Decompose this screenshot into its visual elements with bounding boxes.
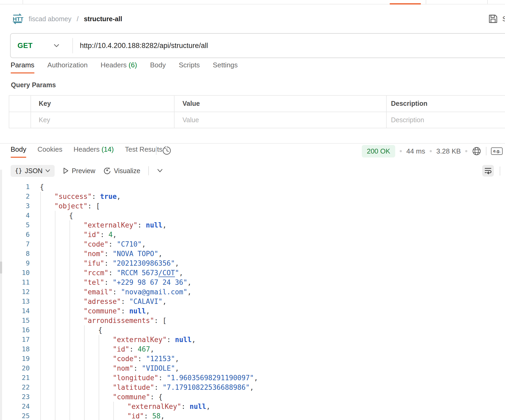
chevron-down-icon[interactable] (157, 169, 163, 173)
breadcrumb-request-name[interactable]: structure-all (84, 15, 122, 23)
visualize-button[interactable]: Visualize (103, 167, 140, 175)
response-tabs: BodyCookiesHeaders (14)Test Results (11, 145, 163, 160)
code-line: 14"commune": null, (0, 306, 505, 316)
breadcrumb: HTTP fiscad abomey / structure-all (12, 5, 122, 33)
column-header-key: Key (39, 100, 51, 107)
wrap-text-button[interactable] (482, 165, 494, 177)
column-header-value: Value (182, 100, 200, 107)
indent-guide (40, 268, 41, 278)
code-text: "externalKey": null, (127, 402, 210, 411)
url-input[interactable]: http://10.4.200.188:8282/api/structure/a… (80, 42, 208, 50)
indent-guide (99, 344, 99, 354)
code-text: "object": [ (54, 201, 100, 211)
param-key-input[interactable]: Key (39, 116, 50, 124)
indent-guide (55, 325, 55, 335)
indent-guide (99, 335, 99, 344)
response-time[interactable]: 44 ms (406, 147, 425, 155)
tab-body[interactable]: Body (150, 61, 166, 75)
param-value-input[interactable]: Value (182, 116, 199, 124)
indent-guide (69, 259, 70, 268)
line-number: 15 (0, 316, 30, 325)
column-header-description: Description (391, 100, 428, 107)
line-number: 10 (0, 268, 30, 278)
line-number: 4 (0, 211, 30, 220)
code-line: 3"object": [ (0, 201, 505, 211)
preview-button[interactable]: Preview (63, 167, 95, 175)
separator-dot (465, 150, 467, 152)
left-scrollbar[interactable] (0, 170, 2, 420)
indent-guide (40, 335, 41, 344)
indent-guide (40, 306, 41, 316)
tab-count-badge: (6) (127, 61, 137, 69)
indent-guide (40, 392, 41, 402)
indent-guide (84, 344, 85, 354)
code-text: "adresse": "CALAVI", (84, 297, 167, 306)
response-size[interactable]: 3.28 KB (436, 147, 461, 155)
request-header: HTTP fiscad abomey / structure-all S (0, 5, 505, 33)
indent-guide (69, 383, 70, 392)
indent-guide (55, 287, 55, 297)
separator-dot (400, 150, 402, 152)
code-line: 16{ (0, 325, 505, 335)
request-tab-strip[interactable] (0, 0, 505, 5)
tab-authorization[interactable]: Authorization (47, 61, 88, 75)
indent-guide (40, 220, 41, 230)
indent-guide (55, 402, 55, 411)
indent-guide (69, 278, 70, 287)
table-border (9, 95, 505, 96)
response-tab-cookies[interactable]: Cookies (37, 145, 62, 159)
braces-icon: {} (15, 167, 22, 174)
param-description-input[interactable]: Description (391, 116, 424, 124)
scrollbar-thumb[interactable] (0, 261, 2, 274)
indent-guide (84, 364, 85, 373)
response-body-json[interactable]: 1{2"success": true,3"object": [4{5"exter… (0, 182, 505, 420)
response-tab-headers[interactable]: Headers (14) (73, 145, 114, 159)
breadcrumb-collection[interactable]: fiscad abomey (29, 15, 71, 23)
line-number: 19 (0, 354, 30, 364)
tab-settings[interactable]: Settings (213, 61, 238, 75)
format-selector[interactable]: {} JSON (11, 165, 55, 177)
line-number: 17 (0, 335, 30, 344)
status-divider (486, 147, 486, 155)
indent-guide (113, 402, 114, 411)
tab-scripts[interactable]: Scripts (179, 61, 200, 75)
chevron-down-icon[interactable] (53, 43, 60, 48)
indent-guide (40, 287, 41, 297)
code-line: 20"nom": "VIDOLE", (0, 364, 505, 373)
indent-guide (40, 383, 41, 392)
code-text: "nom": "VIDOLE", (113, 364, 179, 373)
save-icon (488, 14, 498, 24)
indent-guide (40, 325, 41, 335)
code-line: 15"arrondissements": [ (0, 316, 505, 325)
code-text: "tel": "+229 98 67 24 36", (84, 278, 191, 287)
table-border (31, 95, 31, 128)
example-icon[interactable]: e.g. (491, 147, 503, 155)
indent-guide (69, 239, 70, 249)
line-number: 9 (0, 259, 30, 268)
indent-guide (69, 306, 70, 316)
status-badge[interactable]: 200 OK (362, 145, 395, 158)
indent-guide (99, 411, 99, 420)
tab-headers[interactable]: Headers (6) (101, 61, 137, 75)
tab-params[interactable]: Params (11, 61, 34, 75)
history-icon[interactable] (162, 146, 171, 155)
indent-guide (40, 344, 41, 354)
method-selector[interactable]: GET (18, 42, 33, 50)
line-number: 23 (0, 392, 30, 402)
code-line: 23"commune": { (0, 392, 505, 402)
indent-guide (69, 268, 70, 278)
indent-guide (69, 287, 70, 297)
code-line: 4{ (0, 211, 505, 220)
indent-guide (69, 411, 70, 420)
line-number: 12 (0, 287, 30, 297)
indent-guide (69, 297, 70, 306)
line-number: 24 (0, 402, 30, 411)
indent-guide (99, 383, 99, 392)
network-globe-icon[interactable] (472, 146, 481, 156)
code-line: 2"success": true, (0, 192, 505, 201)
indent-guide (69, 220, 70, 230)
indent-guide (69, 325, 70, 335)
save-button[interactable]: S (488, 5, 505, 33)
response-tab-body[interactable]: Body (11, 145, 26, 159)
indent-guide (99, 402, 99, 411)
